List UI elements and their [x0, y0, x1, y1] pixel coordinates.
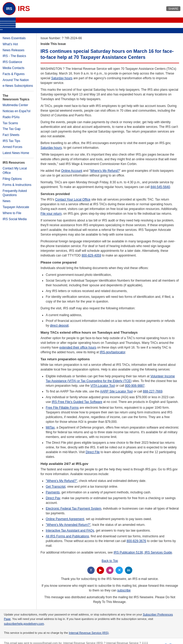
aarp-locator-link[interactable]: AARP Site Locator Tool [100, 390, 133, 393]
vita-link[interactable]: Volunteer Income Tax Assistance (VITA) o… [46, 374, 175, 383]
list-item-eftps: Electronic Federal Tax Payment System, i… [46, 506, 179, 516]
list-item-irs-letters: Any IRS letters or notices received and … [46, 289, 179, 293]
sidebar-item-tax-gap[interactable]: The Tax Gap [0, 126, 36, 132]
linkedin-icon[interactable]: in [125, 567, 132, 574]
sidebar-item-filing-options[interactable]: Filing Options [0, 176, 36, 182]
sidebar-item-whats-hot[interactable]: What's Hot [0, 41, 36, 47]
sidebar-item-enews[interactable]: e-News Subscriptions [0, 83, 36, 89]
share-button[interactable]: SHARE [166, 6, 180, 11]
sidebar-item-irs-basics[interactable]: IRS - The Basics [0, 53, 36, 59]
list-item-aarp: To find an AARP Tax-Aide site, use the A… [46, 389, 179, 394]
subscriber-preferences-link[interactable]: Subscriber Preferences Page [4, 613, 173, 621]
section-24-7: Help available 24/7 at IRS.gov [41, 462, 179, 466]
page-header: IRS IRS SHARE [0, 0, 183, 18]
irs-resources-list: "Where's My Refund?", check refund statu… [46, 478, 179, 548]
payments-link[interactable]: Payments [46, 491, 60, 494]
eftps-link[interactable]: Electronic Federal Tax Payment System [46, 507, 101, 510]
list-item-wmr: "Where's My Refund?", check refund statu… [46, 478, 179, 483]
online-account-link[interactable]: Online Account [61, 169, 82, 173]
file-return-link[interactable]: File your return [41, 212, 62, 215]
saturday-hours-link-2[interactable]: Saturday hours [41, 146, 62, 150]
list-item-identity-verification: For identity verification services, taxp… [46, 294, 179, 304]
free-file-link[interactable]: IRS Free File's Guided Tax Software [52, 400, 102, 404]
govdelivery-footer: This email was sent to xxxxxx@gmail.com … [0, 638, 183, 644]
direct-file-link[interactable]: Direct File [86, 450, 100, 454]
sidebar-item-latest-news[interactable]: Latest News Home [0, 150, 36, 156]
sidebar-item-tax-scams[interactable]: Tax Scams [0, 120, 36, 126]
logo-container: IRS IRS [3, 2, 30, 15]
sidebar-item-media-contacts[interactable]: Media Contacts [0, 65, 36, 71]
subscribe-link[interactable]: subscribe [117, 589, 130, 592]
sidebar-divider-2 [3, 158, 34, 158]
taxlocator-link[interactable]: IRS.gov/taxlocator [100, 350, 125, 354]
sidebar-item-contact-local[interactable]: Contact My Local Office [0, 166, 36, 176]
direct-deposit-link[interactable]: direct deposit [50, 324, 68, 327]
flag-banner [0, 18, 183, 33]
paragraph-services: The IRS's Contact Your Local Office site… [41, 197, 179, 216]
tty-link[interactable]: 800-829-4059 [82, 254, 101, 257]
list-item-ita: Interactive Tax Assistant and FAQs, get … [46, 528, 179, 533]
fillable-forms-link[interactable]: Free File Fillable Forms [46, 406, 79, 409]
auto-message: This message was distributed automatical… [41, 595, 179, 604]
wheres-my-refund-link-1[interactable]: Where's My Refund? [90, 169, 119, 173]
facebook-icon[interactable]: f [87, 567, 95, 574]
irs-logo-text: IRS [18, 4, 30, 13]
vita-phone-link[interactable]: 800-906-9887 [125, 384, 145, 387]
subscriberhelp-link[interactable]: subscriberhelp.govdelivery.com [4, 622, 44, 625]
saturday-hours-link-1[interactable]: Saturday hours [51, 76, 72, 80]
twitter-icon[interactable]: ✕ [116, 567, 123, 574]
paragraph-bring: Individuals should bring the following d… [41, 266, 179, 270]
youtube-icon[interactable]: ▶ [97, 567, 104, 574]
all-forms-link[interactable]: All IRS Forms and Publications [46, 534, 89, 538]
list-item-transcript: Get Transcript, view and print a tax tra… [46, 484, 179, 489]
sidebar-item-around-the-nation[interactable]: Around The Nation [0, 77, 36, 83]
phone-link-1[interactable]: 844-545-5640 [151, 185, 170, 189]
sidebar-item-faq[interactable]: Frequently Asked Questions [0, 188, 36, 198]
transcript-link[interactable]: Get Transcript [46, 485, 65, 488]
paragraph-language: Professional foreign language interpreta… [41, 239, 179, 258]
sidebar-section-resources: IRS Resources Contact My Local Office Fi… [0, 160, 36, 222]
sidebar-item-radio-psas[interactable]: Radio PSAs [0, 114, 36, 120]
paragraph-pub5136: For additional information on available … [41, 550, 179, 555]
ita-link[interactable]: Interactive Tax Assistant and FAQs [46, 529, 94, 532]
aarp-phone-link[interactable]: 888-227-7669 [143, 390, 162, 393]
paragraph-247: The fastest and easiest way for people t… [41, 467, 179, 476]
sidebar-item-taxpayer-advocate[interactable]: Taxpayer Advocate [0, 204, 36, 210]
sidebar-item-news-essentials[interactable]: News Essentials [0, 35, 36, 41]
list-item-free-file: Any individual or family whose adjusted … [46, 395, 179, 404]
sidebar-item-forms-instructions[interactable]: Forms & Instructions [0, 182, 36, 188]
sidebar-item-news-releases[interactable]: News Releases [0, 47, 36, 53]
sidebar-item-irs-tax-tips[interactable]: IRS Tax Tips [0, 138, 36, 144]
irs-link[interactable]: Internal Revenue Service (IRS) [69, 631, 108, 634]
paragraph-7: He added that Online Account and "Where'… [41, 168, 179, 178]
section-tax-prep: Tax return preparation options [41, 357, 179, 361]
sidebar-item-armed-forces[interactable]: Armed Forces [0, 144, 36, 150]
instagram-icon[interactable]: ◉ [106, 567, 113, 574]
forms-phone-link[interactable]: 800-829-3676 [127, 539, 146, 543]
miltax-link[interactable]: MilTax [46, 426, 55, 429]
sidebar-item-noticias[interactable]: Noticias en Espa?ol [0, 108, 36, 114]
sidebar-item-fact-sheets[interactable]: Fact Sheets [0, 132, 36, 138]
sidebar-item-where-to-file[interactable]: Where to File [0, 210, 36, 216]
pub5136-link[interactable]: IRS Publication 5136, IRS Services Guide [113, 551, 172, 554]
sidebar-section-newsroom-label: The Newsroom Topics [0, 93, 36, 102]
opa-link[interactable]: Online Payment Agreement [46, 517, 84, 521]
sidebar-item-irs-guidance[interactable]: IRS Guidance [0, 59, 36, 65]
main-wrapper: News Essentials What's Hot News Releases… [0, 33, 183, 609]
sidebar-item-multimedia[interactable]: Multimedia Center [0, 102, 36, 108]
additional-info-list: A current mailing address, Proof of fina… [46, 313, 179, 328]
wmar-link[interactable]: "Where's My Amended Return?" [46, 523, 91, 527]
wmr-link[interactable]: "Where's My Refund?" [46, 479, 77, 483]
back-to-top: Back to Top [41, 559, 179, 563]
sidebar-item-social-media[interactable]: IRS Social Media [0, 216, 36, 222]
issue-number: Issue Number: ? ?IR-2024-66 [41, 36, 179, 40]
sidebar-item-news[interactable]: News [0, 198, 36, 204]
sidebar-item-facts-figures[interactable]: Facts & Figures [0, 71, 36, 77]
paragraph-8: Normally, TACs are open Monday through F… [41, 180, 179, 189]
back-to-top-link[interactable]: Back to Top [102, 559, 118, 563]
sidebar-divider-1 [3, 91, 34, 91]
extended-hours-link[interactable]: extended their office hours [59, 346, 96, 349]
direct-pay-link[interactable]: Direct Pay [46, 496, 60, 500]
vita-locator-link[interactable]: VITA Locator Tool [90, 384, 115, 387]
contact-local-link[interactable]: Contact Your Local Office [55, 198, 90, 201]
